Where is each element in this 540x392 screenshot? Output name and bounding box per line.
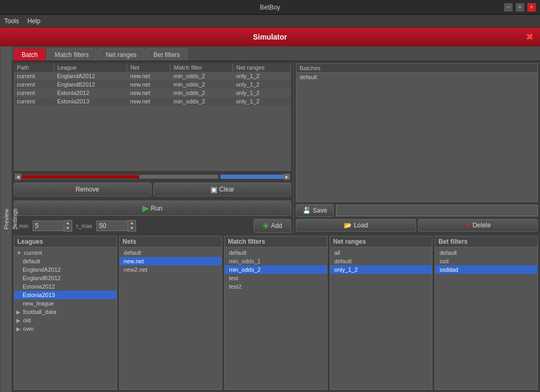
league-item[interactable]: ▶ old: [14, 316, 117, 324]
left-panel: Path League Net Match filter Net ranges …: [12, 61, 294, 234]
net-item[interactable]: default: [120, 248, 222, 257]
net-range-item[interactable]: only_1_2: [330, 265, 432, 274]
horizontal-scrollbar[interactable]: ◀ ▶: [14, 173, 291, 180]
table-row[interactable]: currentEnglandA2012new.netmin_odds_2only…: [14, 72, 291, 80]
load-delete-row: 📂 Load ✖ Delete: [296, 219, 538, 232]
league-item[interactable]: ▼ current: [14, 248, 117, 257]
save-row: 💾 Save: [296, 204, 538, 217]
r-min-spinners: ▲ ▼: [64, 220, 72, 232]
scrollbar-track[interactable]: [21, 175, 218, 179]
league-item[interactable]: EnglandB2012: [14, 274, 117, 282]
scroll-left-arrow[interactable]: ◀: [15, 174, 21, 180]
minimize-button[interactable]: −: [504, 3, 513, 12]
tab-net-ranges[interactable]: Net ranges: [98, 49, 144, 61]
bottom-section: Leagues ▼ currentdefaultEnglandA2012Engl…: [12, 234, 540, 392]
nets-panel: Nets defaultnew.netnew2.net: [119, 236, 223, 390]
net-item[interactable]: new.net: [120, 257, 222, 265]
match-filter-item[interactable]: test: [225, 274, 327, 282]
batches-list: Batches default: [296, 63, 538, 202]
delete-button[interactable]: ✖ Delete: [418, 219, 538, 232]
remove-button[interactable]: — Remove: [14, 183, 151, 196]
menu-help[interactable]: Help: [27, 17, 41, 25]
content-area: Batch Match filters Net ranges Bet filte…: [12, 46, 540, 392]
league-item[interactable]: ▶ own: [14, 324, 117, 333]
run-label: Run: [151, 205, 162, 212]
delete-icon: ✖: [465, 222, 470, 229]
scrollbar-thumb[interactable]: [22, 175, 139, 178]
add-button[interactable]: ✚ Add: [254, 219, 291, 233]
batches-items: default: [296, 73, 537, 81]
panels: Path League Net Match filter Net ranges …: [12, 61, 540, 234]
run-button[interactable]: ▶ Run: [14, 200, 291, 216]
run-row: ▶ Run: [12, 198, 293, 218]
r-max-up[interactable]: ▲: [128, 221, 136, 226]
net-ranges-header: Net ranges: [330, 236, 432, 247]
match-filter-item[interactable]: default: [225, 248, 327, 257]
r-max-down[interactable]: ▼: [128, 226, 136, 231]
league-item[interactable]: Estonia2012: [14, 282, 117, 291]
r-max-spinners: ▲ ▼: [128, 220, 136, 232]
match-filter-item[interactable]: min_odds_2: [225, 265, 327, 274]
sidebar-item-preview[interactable]: Preview: [2, 206, 11, 233]
menu-tools[interactable]: Tools: [4, 17, 19, 25]
match-filters-header: Match filters: [225, 236, 327, 247]
bet-filters-panel: Bet filters defaultssdssddad: [435, 236, 538, 390]
scroll-right-arrow[interactable]: ▶: [284, 174, 290, 180]
bet-filter-item[interactable]: default: [435, 248, 537, 257]
bet-filter-item[interactable]: ssddad: [435, 265, 537, 274]
remove-label: Remove: [75, 186, 99, 193]
net-range-item[interactable]: default: [330, 257, 432, 265]
net-item[interactable]: new2.net: [120, 265, 222, 274]
table-body: currentEnglandA2012new.netmin_odds_2only…: [14, 72, 291, 106]
save-button[interactable]: 💾 Save: [296, 204, 334, 217]
league-item[interactable]: new_league: [14, 299, 117, 308]
scrollbar-right-section[interactable]: [220, 175, 284, 179]
league-item[interactable]: Estonia2013: [14, 291, 117, 299]
right-panel: Batches default 💾 Save 📂 Load: [294, 61, 540, 234]
table-row[interactable]: currentEstonia2012new.netmin_odds_2only_…: [14, 89, 291, 97]
close-button[interactable]: ×: [527, 3, 536, 12]
save-name-input[interactable]: [336, 205, 538, 216]
r-max-label: r_max: [76, 223, 93, 229]
tab-match-filters[interactable]: Match filters: [47, 49, 97, 61]
clear-icon: ▣: [210, 185, 217, 194]
league-item[interactable]: ▶ football_data: [14, 308, 117, 316]
r-min-down[interactable]: ▼: [64, 226, 72, 231]
bet-filter-item[interactable]: ssd: [435, 257, 537, 265]
load-label: Load: [354, 222, 368, 229]
simulator-title: Simulator: [253, 33, 287, 41]
tab-bet-filters[interactable]: Bet filters: [146, 49, 188, 61]
leagues-header: Leagues: [14, 236, 117, 247]
match-filters-panel: Match filters defaultmin_odds_1min_odds_…: [224, 236, 327, 390]
table-row[interactable]: currentEnglandB2012new.netmin_odds_2only…: [14, 80, 291, 89]
save-icon: 💾: [303, 207, 311, 214]
net-range-item[interactable]: all: [330, 248, 432, 257]
batch-item[interactable]: default: [296, 73, 537, 81]
col-path: Path: [14, 63, 54, 72]
r-min-input-wrap: ▲ ▼: [33, 220, 72, 232]
r-max-input[interactable]: [97, 221, 128, 231]
range-row: r_min ▲ ▼ r_max ▲ ▼: [12, 218, 293, 234]
match-filter-item[interactable]: test2: [225, 282, 327, 291]
tab-batch[interactable]: Batch: [14, 49, 46, 61]
league-item[interactable]: EnglandA2012: [14, 265, 117, 274]
r-min-up[interactable]: ▲: [64, 221, 72, 226]
delete-label: Delete: [472, 222, 491, 229]
maximize-button[interactable]: +: [516, 3, 524, 12]
net-ranges-list: alldefaultonly_1_2: [330, 247, 432, 389]
load-button[interactable]: 📂 Load: [296, 219, 416, 232]
table-row[interactable]: currentEstonia2013new.netmin_odds_2only_…: [14, 97, 291, 106]
col-net: Net: [127, 63, 170, 72]
r-min-input[interactable]: [33, 221, 64, 231]
match-filter-item[interactable]: min_odds_1: [225, 257, 327, 265]
run-icon: ▶: [142, 203, 149, 213]
match-filters-list: defaultmin_odds_1min_odds_2testtest2: [225, 247, 327, 389]
simulator-close-icon[interactable]: ✖: [526, 31, 534, 43]
league-item[interactable]: default: [14, 257, 117, 265]
tabs: Batch Match filters Net ranges Bet filte…: [12, 46, 540, 61]
col-match-filter: Match filter: [170, 63, 233, 72]
sidebar-item-settings[interactable]: Settings: [11, 206, 19, 233]
clear-button[interactable]: ▣ Clear: [153, 183, 291, 196]
main-layout: Selected bets Preview Settings Batch Mat…: [0, 46, 540, 392]
add-label: Add: [271, 222, 282, 230]
